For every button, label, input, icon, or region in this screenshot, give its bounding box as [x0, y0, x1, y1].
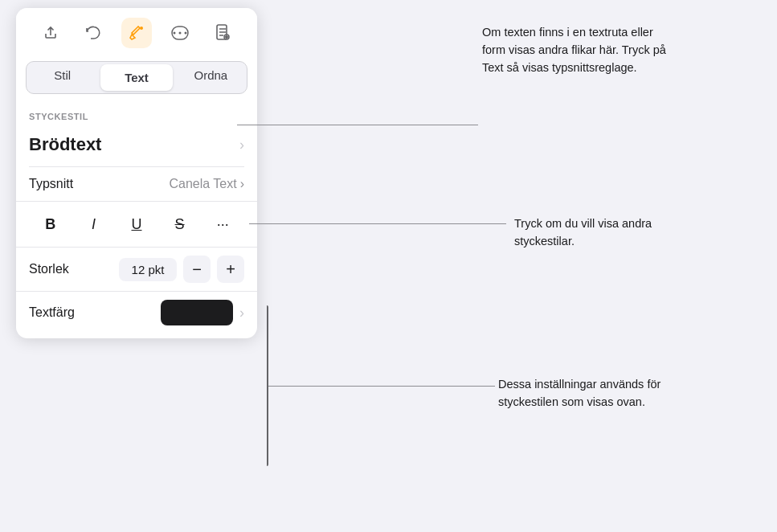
italic-button[interactable]: I	[79, 210, 108, 239]
share-icon[interactable]	[35, 18, 66, 48]
chevron-right-icon: ›	[239, 137, 244, 153]
paragraph-style-name: Brödtext	[29, 134, 101, 155]
style-buttons-row: B I U S ···	[16, 201, 257, 247]
annotation-line-tabs	[237, 125, 478, 125]
size-label: Storlek	[29, 262, 69, 276]
format-panel: Stil Text Ordna STYCKESTIL Brödtext › Ty…	[16, 8, 257, 338]
tab-text[interactable]: Text	[100, 64, 172, 91]
color-chevron-icon: ›	[239, 305, 244, 321]
paragraph-style-label: STYCKESTIL	[16, 104, 257, 126]
svg-point-1	[173, 32, 175, 35]
tab-bar: Stil Text Ordna	[26, 61, 247, 94]
font-chevron-icon: ›	[240, 177, 244, 191]
annotation-line-style	[249, 223, 506, 224]
svg-point-7	[226, 36, 227, 38]
color-swatch	[161, 300, 233, 325]
color-value: ›	[161, 300, 244, 325]
settings-bracket	[257, 305, 268, 466]
svg-point-0	[140, 27, 143, 30]
annotation-line-settings	[268, 386, 495, 387]
more-style-button[interactable]: ···	[208, 210, 237, 239]
document-icon[interactable]	[207, 18, 238, 48]
size-value: 12 pkt	[119, 258, 177, 281]
strikethrough-button[interactable]: S	[166, 210, 194, 239]
font-label: Typsnitt	[29, 177, 73, 191]
more-options-icon[interactable]	[165, 18, 195, 48]
paragraph-style-row[interactable]: Brödtext ›	[16, 126, 257, 166]
bold-button[interactable]: B	[36, 210, 65, 239]
toolbar	[16, 8, 257, 56]
annotation-tabs: Om texten finns i en textruta eller form…	[482, 24, 667, 76]
color-row[interactable]: Textfärg ›	[16, 291, 257, 338]
tab-ordna[interactable]: Ordna	[175, 62, 247, 93]
size-row: Storlek 12 pkt − +	[16, 247, 257, 291]
underline-button[interactable]: U	[122, 210, 151, 239]
size-controls: 12 pkt − +	[119, 256, 244, 283]
annotation-settings: Dessa inställningar används för styckest…	[498, 376, 683, 411]
tab-stil[interactable]: Stil	[27, 62, 98, 93]
increase-size-button[interactable]: +	[217, 256, 244, 283]
color-label: Textfärg	[29, 305, 75, 320]
undo-icon[interactable]	[78, 18, 108, 48]
font-value: Canela Text ›	[169, 177, 244, 191]
font-row[interactable]: Typsnitt Canela Text ›	[16, 167, 257, 201]
svg-point-2	[178, 32, 181, 35]
svg-point-3	[184, 32, 186, 35]
annotation-style: Tryck om du vill visa andra styckestilar…	[514, 215, 699, 251]
decrease-size-button[interactable]: −	[183, 256, 211, 283]
format-brush-icon[interactable]	[121, 18, 152, 48]
